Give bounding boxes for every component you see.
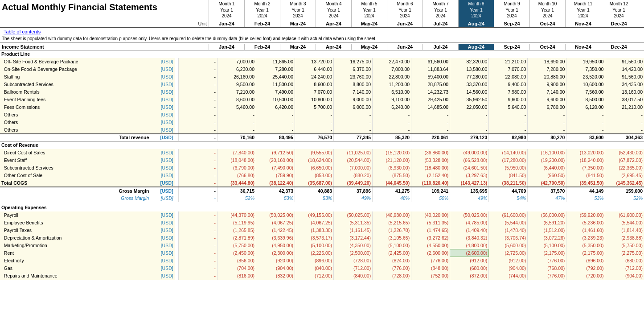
toc-section: Table of contents (0, 28, 644, 35)
row-depreciation: Depreciation & Amortization [USD] - (2,8… (0, 234, 644, 242)
notice-text: The sheet is populated with dummy data f… (0, 35, 644, 43)
data-table: Product Line Off- Site Food & Beverage P… (0, 50, 644, 280)
product-line-label: Product Line (0, 50, 150, 58)
month-6-header: Month 6Year 12024 (387, 0, 422, 20)
gross-margin-label: Gross Margin (0, 195, 150, 202)
row-staffing: Staffing [USD] - 26,160.00 25,440.00 24,… (0, 73, 644, 81)
month-9-header: Month 9Year 12024 (494, 0, 529, 20)
income-stmt-label: Income Statement (0, 44, 209, 50)
page-title: Actual Monthly Financial Statements (2, 2, 157, 12)
month-12-header: Month 12Year 12024 (601, 0, 636, 20)
is-oct: Oct-24 (529, 44, 565, 50)
row-off-site-food: Off- Site Food & Beverage Package [USD] … (0, 58, 644, 66)
month-11-header: Month 11Year 12024 (565, 0, 601, 20)
toc-link[interactable]: Table of contents (2, 28, 42, 35)
date-may: May-24 (351, 20, 387, 27)
month-2-header: Month 2Year 12024 (244, 0, 280, 20)
row-fees-commissions: Fees Comissions [USD] - 5,460.00 6,420.0… (0, 104, 644, 111)
is-jul: Jul-24 (422, 44, 458, 50)
row-gross-margin-pct: Gross Margin [USD] - 52% 53% 53% 49% 48%… (0, 195, 644, 202)
date-sep: Sep-24 (494, 20, 529, 27)
header-top: Actual Monthly Financial Statements Mont… (0, 0, 644, 20)
is-jun: Jun-24 (387, 44, 422, 50)
row-event-staff: Event Staff [USD] - (18,048.00) (20,160.… (0, 157, 644, 164)
month-8-header: Month 8Year 12024 (458, 0, 494, 20)
is-may: May-24 (351, 44, 387, 50)
income-stmt-header: Income Statement Jan-24 Feb-24 Mar-24 Ap… (0, 44, 644, 50)
row-emp-benefits: Employee Benefits [USD] - (5,119.95) (4,… (0, 219, 644, 227)
row-sub-svcs-cogs: Subcontracted Services [USD] - (6,790.00… (0, 164, 644, 172)
row-ballroom: Ballroom Rentals [USD] - 7,210.00 7,490.… (0, 88, 644, 96)
month-10-header: Month 10Year 12024 (529, 0, 565, 20)
is-nov: Nov-24 (565, 44, 601, 50)
row-payroll-taxes: Payroll Taxes [USD] - (1,265.85) (1,422.… (0, 227, 644, 234)
month-5-header: Month 5Year 12024 (351, 0, 387, 20)
rent-aug-highlighted: (2,600.00) (450, 249, 489, 257)
row-payroll: Payroll [USD] - (44,370.00) (50,025.00) … (0, 211, 644, 219)
is-mar: Mar-24 (280, 44, 316, 50)
op-exp-header: Operating Expenses (0, 204, 644, 211)
row-event-planning: Event Planning fees [USD] - 8,600.00 10,… (0, 96, 644, 104)
row-marketing: Marketing/Promotion [USD] - (5,750.00) (… (0, 242, 644, 249)
is-apr: Apr-24 (316, 44, 351, 50)
date-nov: Nov-24 (565, 20, 601, 27)
date-jan: Jan-24 (209, 20, 244, 27)
unit-label: Unit (0, 20, 209, 27)
row-subcontracted-svcs: Subcontracted Services [USD] - 9,500.00 … (0, 81, 644, 88)
date-dec: Dec-24 (601, 20, 636, 27)
date-oct: Oct-24 (529, 20, 565, 27)
row-total-cogs: Total COGS [USD] - (33,444.80) (38,122.4… (0, 179, 644, 187)
is-aug: Aug-24 (458, 44, 494, 50)
off-site-food-label: Off- Site Food & Beverage Package (0, 58, 150, 66)
is-jan: Jan-24 (209, 44, 244, 50)
cost-of-revenue-label: Cost of Revenue (0, 141, 150, 149)
date-mar: Mar-24 (280, 20, 316, 27)
row-rent: Rent [USD] - (2,450.00) (2,300.00) (2,22… (0, 249, 644, 257)
row-gas: Gas [USD] - (704.00) (904.00) (840.00) (… (0, 265, 644, 272)
row-others-2: Others [USD] - - - - - - - - - - - - (0, 119, 644, 126)
row-others-3: Others [USD] - - - - - - - - - - - - (0, 126, 644, 134)
row-electricity: Electricity [USD] - (856.00) (920.00) (8… (0, 257, 644, 265)
row-others-1: Others [USD] - - - - - - - - - - - - (0, 111, 644, 119)
row-total-revenue: Total revenue [USD] - 70,160 80,495 76,5… (0, 134, 644, 141)
month-1-header: Month 1Year 12024 (209, 0, 244, 20)
date-row: Unit Jan-24 Feb-24 Mar-24 Apr-24 May-24 … (0, 20, 644, 28)
row-direct-cost: Direct Cost of Sales [USD] - (7,840.00) … (0, 149, 644, 157)
row-gross-margin: Gross Margin [USD] - 36,715 42,373 40,88… (0, 187, 644, 195)
date-jun: Jun-24 (387, 20, 422, 27)
cost-of-revenue-header: Cost of Revenue (0, 141, 644, 149)
month-7-header: Month 7Year 12024 (422, 0, 458, 20)
month-3-header: Month 3Year 12024 (280, 0, 316, 20)
product-line-header: Product Line (0, 50, 644, 58)
page-wrapper: Actual Monthly Financial Statements Mont… (0, 0, 644, 315)
date-apr: Apr-24 (316, 20, 351, 27)
is-feb: Feb-24 (244, 44, 280, 50)
row-on-site-food: On-Site Food & Beverage Package [USD] - … (0, 66, 644, 73)
date-feb: Feb-24 (244, 20, 280, 27)
row-other-cost: Other Cost of Sale [USD] - (766.80) (759… (0, 172, 644, 179)
row-repairs: Repairs and Maintenance [USD] - (816.00)… (0, 272, 644, 280)
date-jul: Jul-24 (422, 20, 458, 27)
month-4-header: Month 4Year 12024 (316, 0, 351, 20)
date-aug: Aug-24 (458, 20, 494, 27)
is-dec: Dec-24 (601, 44, 636, 50)
is-sep: Sep-24 (494, 44, 529, 50)
op-exp-label: Operating Expenses (0, 204, 150, 211)
